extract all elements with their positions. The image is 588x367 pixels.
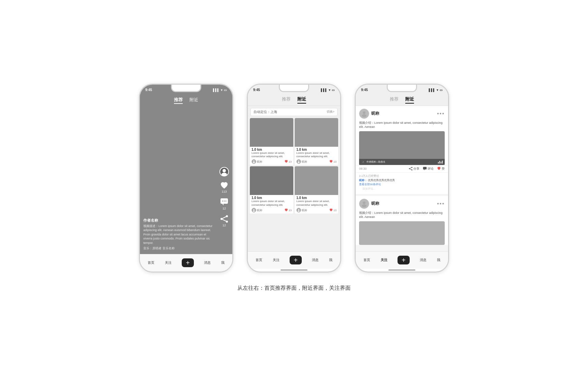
phone3-more-1[interactable]: •••	[437, 111, 445, 117]
phone2-card-info-1: 1.0 km Lorem ipsum dolor sit amet, conse…	[250, 147, 293, 165]
phone3-music-1: 作者昵称—歌曲名	[366, 160, 385, 164]
svg-point-20	[298, 210, 300, 212]
svg-point-14	[253, 162, 255, 163]
phone1-comment-action[interactable]: 12	[219, 197, 229, 210]
phone2-notch	[279, 85, 309, 92]
wifi-icon3: ▾	[437, 88, 438, 92]
svg-point-31	[362, 204, 366, 207]
phone1-like-count: 113	[222, 190, 227, 193]
phone2-meta-1: 昵称 13	[252, 159, 292, 164]
svg-line-26	[409, 167, 412, 169]
signal-icon: ▌▌▌	[213, 88, 219, 92]
svg-point-21	[363, 111, 365, 114]
phone3-add-comment-1[interactable]: 添加评论...	[359, 186, 445, 193]
phone3-view-all-1[interactable]: 查看全部30条评论	[359, 182, 445, 186]
phone2-tab-recommend[interactable]: 推荐	[282, 96, 291, 104]
phone3-post-1: 昵称 ••• 视频介绍：Lorem ipsum dolor sit amet, …	[356, 106, 448, 194]
equalizer-icon	[438, 160, 443, 164]
phone1-home-indicator	[140, 272, 232, 273]
phone1-author-name: 作者名称	[143, 218, 215, 223]
phone3-like-label-1: 赞	[442, 167, 445, 171]
phone1-author-avatar[interactable]	[219, 167, 229, 176]
phone3-comment-btn-1[interactable]: 评论	[423, 167, 434, 171]
phone1-time: 9:45	[145, 88, 152, 92]
phone2-card-4: 1.0 km Lorem ipsum dolor sit amet, conse…	[295, 166, 338, 214]
phone1-like-action[interactable]: 113	[219, 180, 229, 193]
phone3-share-btn-1[interactable]: 分享	[409, 167, 419, 171]
phone2-nav: 推荐 附近	[248, 94, 340, 106]
svg-point-1	[223, 169, 226, 172]
phone2-meta-4: 昵称 13	[296, 208, 336, 213]
phone3-tab-me[interactable]: 我	[437, 258, 440, 262]
svg-point-18	[253, 210, 255, 212]
phone3-tab-nearby[interactable]: 附近	[405, 96, 414, 104]
phone3-video-thumb-2[interactable]	[359, 221, 445, 245]
svg-point-17	[253, 209, 255, 210]
phone2-location-text: 自动定位：上海	[254, 110, 277, 114]
phone3-desc-1: 视频介绍：Lorem ipsum dolor sit amet, consect…	[356, 120, 448, 131]
phone1-tab-follow[interactable]: 关注	[165, 260, 172, 265]
phone3-tab-follow[interactable]: 关注	[381, 258, 387, 262]
phone3-nav: 推荐 附近	[356, 94, 448, 106]
phone2-tab-nearby[interactable]: 附近	[297, 96, 306, 104]
phone2-meta-2: 昵称 13	[296, 159, 336, 164]
phone2-card-info-4: 1.0 km Lorem ipsum dolor sit amet, conse…	[295, 195, 338, 214]
phone2-avatar-1	[252, 159, 256, 164]
phone3-status-icons: ▌▌▌ ▾ ▭	[429, 88, 443, 92]
svg-point-16	[298, 162, 300, 163]
phone3-tab-message[interactable]: 消息	[420, 258, 427, 262]
phone2-tab-me[interactable]: 我	[329, 258, 332, 262]
phone3-desc-2: 视频介绍：Lorem ipsum dolor sit amet, consect…	[356, 210, 448, 221]
phone3-like-btn-1[interactable]: 赞	[437, 167, 445, 171]
svg-line-12	[222, 219, 227, 222]
phone2-likes-4: 13	[333, 209, 336, 212]
svg-marker-4	[222, 204, 224, 205]
phone2-time: 9:45	[253, 88, 260, 92]
phone2-avatar-2	[296, 159, 301, 164]
phone2-card-2: 1.0 km Lorem ipsum dolor sit amet, conse…	[295, 118, 338, 165]
phone1-tab-home[interactable]: 首页	[148, 260, 154, 265]
phone1-tab-bar: 首页 关注 + 消息 我	[140, 254, 232, 272]
phone1-share-action[interactable]: 12	[219, 214, 229, 227]
phone3-tab-recommend[interactable]: 推荐	[390, 96, 399, 104]
phone3-tab-plus[interactable]: +	[398, 256, 410, 264]
svg-point-5	[222, 200, 223, 201]
phone2-card-info-3: 1.0 km Lorem ipsum dolor sit amet, conse…	[250, 195, 293, 214]
phone1-desc: 视频描述：Lorem ipsum dolor sit amet, consect…	[143, 224, 215, 245]
phone1-tab-recommend[interactable]: 推荐	[174, 97, 183, 104]
phone2-location-bar: 自动定位：上海 切换>	[251, 108, 337, 116]
phone2-tab-follow[interactable]: 关注	[273, 258, 280, 262]
phone1-music: 音乐：原唱者 音乐名称	[143, 246, 215, 251]
phone2-switch-btn[interactable]: 切换>	[327, 110, 334, 114]
phone1-tab-message[interactable]: 消息	[204, 260, 211, 265]
battery-icon2: ▭	[332, 88, 335, 92]
phone2-card-img-1	[250, 118, 293, 147]
phone3-comment-label-1: 评论	[428, 167, 434, 171]
svg-line-27	[409, 169, 412, 170]
phone2-likes-2: 13	[333, 160, 336, 163]
phone1-share-count: 12	[223, 224, 226, 227]
phone1-side-actions: 113 12	[219, 167, 229, 227]
svg-line-11	[222, 216, 227, 219]
phone3-nick-2: 昵称	[371, 201, 379, 206]
phone3-more-2[interactable]: •••	[437, 201, 445, 207]
phone3-action-bar-1: 08:30 分享 评论 赞	[356, 165, 448, 173]
signal-icon2: ▌▌▌	[321, 88, 327, 92]
phone2-tab-home[interactable]: 首页	[256, 258, 262, 262]
phone2-likes-1: 13	[289, 160, 292, 163]
phone1-tab-plus[interactable]: +	[182, 258, 194, 267]
phone2-tab-message[interactable]: 消息	[312, 258, 319, 262]
phone1-bottom-info: 作者名称 视频描述：Lorem ipsum dolor sit amet, co…	[143, 218, 215, 251]
phone1-tab-nearby[interactable]: 附近	[189, 97, 198, 104]
phone3-avatar-1	[359, 109, 369, 119]
phone2-tab-bar: 首页 关注 + 消息 我	[248, 251, 340, 269]
phone3-video-thumb-1[interactable]: ♪ 作者昵称—歌曲名	[359, 131, 445, 165]
svg-point-7	[226, 200, 227, 201]
svg-rect-28	[423, 167, 427, 170]
signal-icon3: ▌▌▌	[429, 88, 435, 92]
phone2-dist-3: 1.0 km	[252, 196, 292, 200]
phone2-title-4: Lorem ipsum dolor sit amet, consectetur …	[296, 200, 336, 207]
phone3-tab-home[interactable]: 首页	[363, 258, 370, 262]
phone1-tab-me[interactable]: 我	[221, 260, 225, 265]
phone2-tab-plus[interactable]: +	[290, 256, 302, 264]
